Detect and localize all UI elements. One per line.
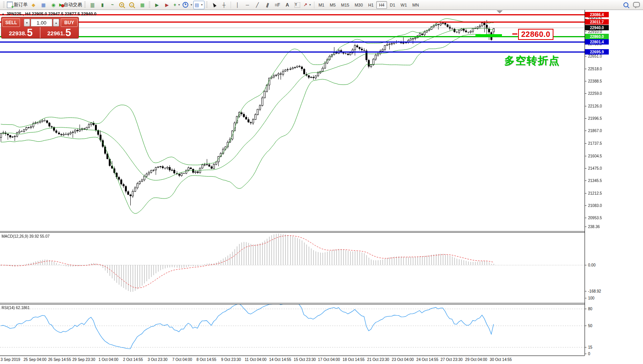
data-window-button[interactable]: ▦ — [38, 1, 48, 9]
search-button[interactable] — [621, 1, 631, 9]
templates-button[interactable]: ▤▼ — [193, 1, 204, 9]
chat-button[interactable] — [631, 1, 641, 9]
arrows-icon: ↗ — [303, 1, 307, 9]
mt4-window: 新订单◆▦◉▶自动交易|||▮~+−▦▶▶+▼▼▤▼┼│─╱∥≡FAT↗▼M1M… — [0, 0, 643, 364]
zoom-out-icon: − — [129, 2, 134, 7]
time-axis[interactable]: 3 Sep 201925 Sep 04:0026 Sep 14:5529 Sep… — [0, 356, 643, 364]
indicators-button[interactable]: +▼ — [172, 1, 182, 9]
macd-tick-label: -168.92 — [588, 289, 601, 293]
sell-button[interactable]: SELL — [2, 18, 20, 27]
charts-profile-button[interactable]: ◆ — [28, 1, 38, 9]
chart-shift-marker-icon[interactable] — [497, 10, 503, 13]
time-tick-label: 15 Oct 23:30 — [294, 357, 316, 362]
price-tick-label: 22518.0 — [588, 67, 602, 71]
search-icon — [623, 2, 628, 7]
axis-tick-mark — [585, 93, 587, 94]
axis-tick-mark — [585, 81, 587, 81]
price-tick-label: 21737.5 — [588, 141, 602, 146]
horizontal-price-line[interactable] — [0, 22, 585, 23]
tile-windows-button[interactable]: ▦ — [137, 1, 147, 9]
chart-title-text: JPN225-, H4 22905.0 22947.5 22877.5 2294… — [6, 12, 96, 16]
text-button[interactable]: A — [282, 1, 292, 9]
chart-shift-button[interactable]: ▶ — [162, 1, 172, 9]
buy-button[interactable]: BUY — [61, 18, 78, 27]
candlestick-chart-button[interactable]: ▮ — [97, 1, 107, 9]
signals-button[interactable]: ◉ — [48, 1, 58, 9]
rsi-tick-label: 15 — [588, 345, 592, 349]
macd-tick-label: 238.36 — [588, 225, 600, 229]
autotrading-button[interactable]: ▶自动交易 — [58, 1, 83, 9]
price-axis[interactable]: 23043.022910.022780.522651.022518.022388… — [585, 10, 643, 356]
templates-icon: ▤ — [194, 1, 199, 9]
autotrading-icon: ▶ — [59, 2, 62, 7]
price-tick-label: 21604.5 — [588, 154, 602, 158]
horizontal-price-line[interactable] — [0, 51, 585, 53]
time-tick-label: 26 Sep 14:55 — [48, 357, 71, 362]
axis-tick-mark — [585, 309, 587, 309]
timeframe-m5[interactable]: M5 — [327, 1, 338, 9]
line-chart-button[interactable]: ~ — [107, 1, 117, 9]
horizontal-line-icon: ─ — [246, 1, 249, 9]
price-tick-label: 21996.5 — [588, 116, 602, 121]
timeframe-h4[interactable]: H4 — [376, 1, 387, 9]
timeframe-m15[interactable]: M15 — [338, 1, 352, 9]
dropdown-caret-icon: ▼ — [190, 3, 193, 6]
price-callout-tick — [512, 33, 517, 35]
volume-increase-button[interactable]: ▲ — [53, 19, 59, 26]
time-tick-label: 3 Sep 2019 — [0, 357, 20, 362]
timeframe-m30[interactable]: M30 — [352, 1, 366, 9]
timeframe-h1[interactable]: H1 — [366, 1, 376, 9]
time-tick-label: 27 Oct 23:30 — [440, 357, 462, 362]
toolbar-grip — [149, 2, 150, 8]
data-window-icon: ▦ — [41, 1, 45, 9]
fibonacci-button[interactable]: ≡F — [272, 1, 282, 9]
candlestick-chart-icon: ▮ — [101, 1, 104, 9]
macd-label: MACD(12,26,9) 39.92 55.07 — [2, 234, 50, 238]
rsi-panel-separator[interactable] — [0, 303, 585, 304]
one-click-divider — [40, 27, 40, 38]
crosshair-button[interactable]: ┼ — [219, 1, 229, 9]
price-line-label: 22695.9 — [585, 49, 609, 55]
arrows-button[interactable]: ↗▼ — [302, 1, 312, 9]
volume-input[interactable] — [31, 19, 52, 26]
horizontal-price-line[interactable] — [0, 28, 585, 28]
buy-price-big-digit: 5 — [65, 28, 71, 37]
horizontal-line-button[interactable]: ─ — [243, 1, 253, 9]
one-click-collapse-icon[interactable]: ▲ — [2, 12, 5, 16]
vertical-line-icon: │ — [236, 1, 239, 9]
buy-price[interactable]: 22961. 5 — [40, 27, 78, 38]
zoom-out-button[interactable]: − — [127, 1, 137, 9]
vertical-line-button[interactable]: │ — [233, 1, 243, 9]
auto-scroll-button[interactable]: ▶ — [152, 1, 162, 9]
dropdown-caret-icon: ▼ — [201, 3, 203, 6]
axis-tick-mark — [585, 69, 587, 69]
zoom-in-button[interactable]: + — [117, 1, 127, 9]
price-tick-label: 21212.5 — [588, 191, 602, 195]
timeframe-m1[interactable]: M1 — [316, 1, 327, 9]
time-tick-label: 24 Oct 14:55 — [416, 357, 438, 362]
volume-decrease-button[interactable]: ▼ — [24, 19, 30, 26]
time-tick-label: 8 Oct 14:55 — [196, 357, 216, 362]
price-tick-label: 22259.0 — [588, 91, 602, 96]
macd-panel-separator[interactable] — [0, 231, 585, 233]
new-order-button[interactable]: 新订单 — [6, 1, 28, 9]
price-tick-label: 20953.5 — [588, 216, 602, 220]
selected-trendline-segment[interactable] — [475, 34, 502, 37]
new-order-button-label: 新订单 — [14, 2, 28, 8]
price-tick-label: 21867.0 — [588, 129, 602, 133]
crosshair-icon: ┼ — [222, 1, 226, 9]
timeframe-d1[interactable]: D1 — [387, 1, 398, 9]
timeframe-w1[interactable]: W1 — [398, 1, 410, 9]
channel-button[interactable]: ∥ — [263, 1, 272, 9]
trendline-button[interactable]: ╱ — [253, 1, 263, 9]
bar-chart-button[interactable]: ||| — [87, 1, 97, 9]
periods-button[interactable]: ▼ — [182, 1, 193, 9]
sell-price[interactable]: 22938. 5 — [2, 27, 40, 38]
horizontal-price-line[interactable] — [0, 41, 585, 43]
dropdown-caret-icon: ▼ — [178, 3, 181, 6]
chat-icon — [633, 2, 640, 7]
text-label-button[interactable]: T — [292, 1, 302, 9]
timeframe-mn[interactable]: MN — [410, 1, 422, 9]
chart-window: 22860.0 多空转折点 ▲ JPN225-, H4 22905.0 2294… — [0, 10, 643, 364]
cursor-button[interactable] — [209, 1, 219, 9]
